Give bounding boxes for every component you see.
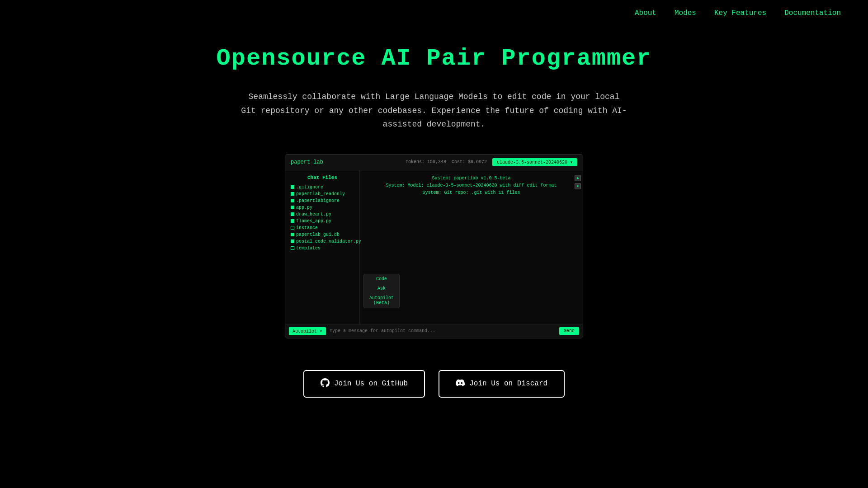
terminal-header-info: Tokens: 150,348 Cost: $0.6972 claude-3.5… (406, 158, 577, 166)
file-name: templates (296, 246, 321, 251)
mode-code[interactable]: Code (364, 274, 399, 284)
mode-autopilot[interactable]: Autopilot(Beta) (364, 293, 399, 308)
file-name: papertlab_gui.db (296, 232, 340, 237)
file-name: draw_heart.py (296, 212, 331, 217)
list-item[interactable]: papertlab_gui.db (289, 231, 356, 238)
send-button[interactable]: Send (559, 327, 579, 335)
list-item[interactable]: .gitignore (289, 184, 356, 191)
nav-documentation[interactable]: Documentation (784, 9, 841, 17)
nav-modes[interactable]: Modes (675, 9, 696, 17)
list-item[interactable]: app.py (289, 204, 356, 211)
folder-icon (291, 226, 294, 230)
file-list: .gitignore papertlab_readonly .papertlab… (289, 184, 356, 252)
folder-icon (291, 246, 294, 250)
scroll-down-button[interactable]: ● (575, 183, 581, 189)
cost-label: Cost: $0.6972 (452, 160, 487, 164)
mode-ask[interactable]: Ask (364, 284, 399, 293)
terminal-header: papert-lab Tokens: 150,348 Cost: $0.6972… (285, 155, 583, 170)
scrollbar: ▲ ● (575, 175, 581, 189)
terminal-input-bar: Autopilot ▾ Send (285, 324, 583, 338)
terminal-sidebar: Chat Files .gitignore papertlab_readonly… (285, 170, 360, 324)
hero-subtitle: Seamlessly collaborate with Large Langua… (240, 90, 628, 131)
sidebar-header: Chat Files (289, 175, 356, 180)
discord-button-label: Join Us on Discard (469, 380, 547, 388)
log-line: System: Git repo: .git with 11 files (365, 189, 577, 197)
file-name: instance (296, 225, 318, 230)
file-name: postal_code_validator.py (296, 239, 361, 244)
discord-button[interactable]: Join Us on Discard (439, 370, 565, 398)
terminal-body: Chat Files .gitignore papertlab_readonly… (285, 170, 583, 324)
terminal-log: System: papertlab v1.0.5-beta System: Mo… (365, 175, 577, 197)
hero-section: Opensource AI Pair Programmer Seamlessly… (0, 0, 868, 398)
terminal-app-title: papert-lab (291, 159, 323, 165)
active-mode-button[interactable]: Autopilot ▾ (289, 327, 326, 335)
file-name: .papertlabignore (296, 198, 340, 203)
hero-title: Opensource AI Pair Programmer (217, 45, 652, 72)
file-icon (291, 239, 294, 243)
list-item[interactable]: draw_heart.py (289, 211, 356, 218)
file-icon (291, 199, 294, 202)
list-item[interactable]: templates (289, 245, 356, 252)
scroll-up-button[interactable]: ▲ (575, 175, 581, 181)
file-icon (291, 212, 294, 216)
file-icon (291, 206, 294, 209)
terminal-chat-area: System: papertlab v1.0.5-beta System: Mo… (360, 170, 583, 324)
file-icon (291, 219, 294, 223)
nav-about[interactable]: About (635, 9, 656, 17)
file-name: app.py (296, 205, 312, 210)
list-item[interactable]: postal_code_validator.py (289, 238, 356, 245)
list-item[interactable]: papertlab_readonly (289, 191, 356, 197)
log-line: System: papertlab v1.0.5-beta (365, 175, 577, 182)
file-icon (291, 185, 294, 189)
log-line: System: Model: claude-3-5-sonnet-2024062… (365, 182, 577, 189)
file-name: flames_app.py (296, 219, 331, 224)
github-button[interactable]: Join Us on GitHub (303, 370, 425, 398)
file-name: papertlab_readonly (296, 192, 345, 197)
list-item[interactable]: flames_app.py (289, 218, 356, 225)
mode-popup: Code Ask Autopilot(Beta) (363, 274, 400, 308)
list-item[interactable]: instance (289, 225, 356, 231)
model-selector-button[interactable]: claude-3.5-sonnet-20240620 ▾ (492, 158, 577, 166)
file-icon (291, 233, 294, 236)
message-input[interactable] (330, 328, 556, 333)
github-button-label: Join Us on GitHub (334, 380, 408, 388)
nav-key-features[interactable]: Key Features (714, 9, 766, 17)
tokens-label: Tokens: 150,348 (406, 160, 446, 164)
discord-icon (456, 378, 465, 389)
github-icon (321, 378, 330, 389)
terminal-screenshot: papert-lab Tokens: 150,348 Cost: $0.6972… (285, 154, 583, 338)
cta-buttons: Join Us on GitHub Join Us on Discard (303, 370, 565, 398)
list-item[interactable]: .papertlabignore (289, 197, 356, 204)
file-name: .gitignore (296, 185, 323, 190)
file-icon (291, 192, 294, 196)
navigation: About Modes Key Features Documentation (0, 0, 868, 26)
